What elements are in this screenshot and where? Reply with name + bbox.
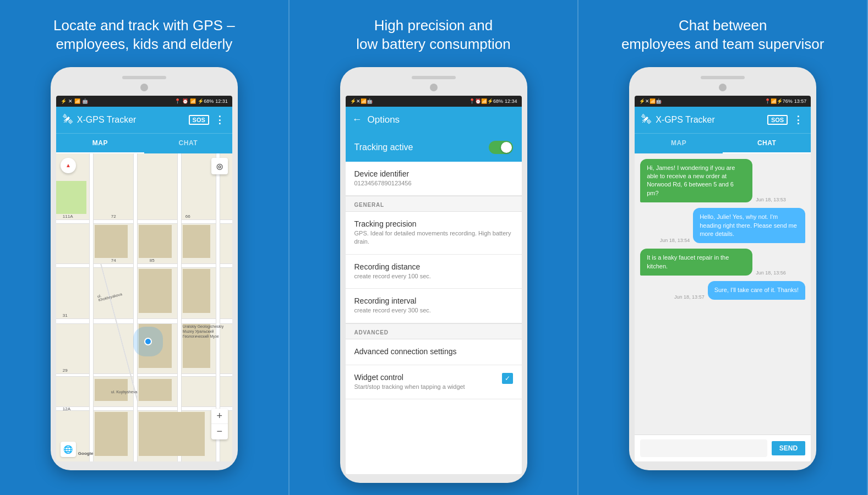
panel-map: Locate and track with GPS – employees, k…: [0, 0, 290, 495]
options-content: Tracking active Device identifier 012345…: [346, 133, 522, 474]
museum-label: Uralskiy Geologicheskiy Muzey Уральский …: [183, 324, 227, 339]
phone-speaker-2: [412, 76, 456, 79]
widget-control-value: Start/stop tracking when tapping a widge…: [354, 383, 465, 391]
menu-icon-3[interactable]: ⋮: [793, 114, 804, 126]
label-12a: 12A: [63, 406, 70, 411]
phone-camera-3: [719, 84, 727, 91]
widget-checkbox[interactable]: ✓: [502, 373, 513, 384]
location-button-1[interactable]: ◎: [211, 158, 228, 174]
tab-chat-1[interactable]: CHAT: [144, 134, 232, 153]
road-v-1: [89, 153, 94, 461]
label-29: 29: [63, 368, 68, 373]
phone-1: ⚡ ✕ 📶 🤖 📍 ⏰ 📶 ⚡68% 12:31 🛰 X-GP: [51, 67, 238, 470]
block-1: [95, 225, 128, 258]
chat-text-input-3[interactable]: [640, 439, 767, 457]
menu-icon-1[interactable]: ⋮: [215, 114, 226, 126]
sos-badge-1[interactable]: SOS: [189, 115, 209, 125]
recording-distance-value: create record every 100 sec.: [354, 272, 513, 280]
device-id-label: Device identifier: [354, 169, 513, 178]
label-31: 31: [63, 313, 68, 318]
msg-row-4: Jun 18, 13:57 Sure, I'll take care of it…: [640, 281, 805, 299]
google-logo-1: Google: [78, 451, 94, 456]
label-66: 66: [185, 214, 190, 219]
phone-3: ⚡✕📶🤖 📍📶⚡76% 13:57 🛰 X-GPS Tracker SOS ⋮: [629, 67, 816, 470]
tab-chat-3[interactable]: CHAT: [723, 134, 811, 153]
sos-badge-3[interactable]: SOS: [767, 115, 788, 125]
phone-speaker-3: [701, 76, 745, 79]
recording-interval-item[interactable]: Recording interval create record every 3…: [346, 289, 522, 323]
block-6: [139, 324, 172, 368]
road-h-3: [56, 318, 232, 324]
map-view-1[interactable]: Uralskiy Geologicheskiy Muzey Уральский …: [56, 153, 232, 461]
tracking-precision-label: Tracking precision: [354, 219, 513, 228]
label-85: 85: [150, 258, 155, 263]
phone-2: ⚡✕📶🤖 📍⏰📶⚡68% 12:34 ← Options Tracking ac…: [340, 67, 527, 483]
tracking-active-row: Tracking active: [346, 133, 522, 162]
satellite-icon-1: 🛰: [63, 114, 73, 125]
zoom-out-button-1[interactable]: −: [211, 424, 228, 439]
label-72: 72: [111, 214, 116, 219]
device-id-value: 01234567890123456: [354, 179, 513, 188]
panel2-title: High precision and low battery consumpti…: [356, 16, 510, 54]
phone-camera-1: [140, 84, 148, 91]
recording-distance-item[interactable]: Recording distance create record every 1…: [346, 255, 522, 289]
widget-control-item[interactable]: Widget control Start/stop tracking when …: [346, 365, 522, 399]
tracking-precision-value: GPS. Ideal for detailed movements record…: [354, 229, 513, 246]
tab-map-3[interactable]: MAP: [635, 134, 723, 153]
app-bar-1: 🛰 X-GPS Tracker SOS ⋮: [56, 107, 232, 133]
tab-bar-3: MAP CHAT: [635, 133, 811, 153]
advanced-connection-label: Advanced connection settings: [354, 347, 513, 356]
zoom-controls-1[interactable]: + −: [211, 409, 228, 439]
location-dot-1: [144, 338, 152, 345]
tab-bar-1: MAP CHAT: [56, 133, 232, 153]
phone-screen-2: ⚡✕📶🤖 📍⏰📶⚡68% 12:34 ← Options Tracking ac…: [346, 96, 522, 474]
block-9: [139, 379, 172, 401]
app-title-3: 🛰 X-GPS Tracker: [641, 114, 715, 125]
chat-screen-3: Hi, James! I wondering if you are able t…: [635, 153, 811, 461]
section-advanced: ADVANCED: [346, 323, 522, 339]
road-label-2: ul. Kuybysheva: [111, 390, 137, 394]
status-left-1: ⚡ ✕ 📶 🤖: [61, 98, 88, 104]
globe-icon-1[interactable]: 🌐: [61, 442, 76, 457]
app-bar-3: 🛰 X-GPS Tracker SOS ⋮: [635, 107, 811, 133]
tab-map-1[interactable]: MAP: [56, 134, 144, 153]
app-actions-3: SOS ⋮: [767, 114, 804, 126]
phone-screen-3: ⚡✕📶🤖 📍📶⚡76% 13:57 🛰 X-GPS Tracker SOS ⋮: [635, 96, 811, 461]
status-bar-2: ⚡✕📶🤖 📍⏰📶⚡68% 12:34: [346, 96, 522, 107]
status-right-1: 📍 ⏰ 📶 ⚡68% 12:31: [174, 98, 228, 104]
msg-row-1: Hi, James! I wondering if you are able t…: [640, 159, 805, 203]
phone-speaker-1: [122, 76, 166, 79]
widget-control-label: Widget control: [354, 373, 465, 382]
chat-messages-3: Hi, James! I wondering if you are able t…: [635, 153, 811, 435]
block-3: [183, 225, 210, 258]
tracking-precision-item[interactable]: Tracking precision GPS. Ideal for detail…: [346, 212, 522, 255]
road-h-4: [56, 373, 232, 377]
tracking-toggle[interactable]: [489, 141, 513, 154]
zoom-in-button-1[interactable]: +: [211, 409, 228, 424]
satellite-icon-3: 🛰: [641, 114, 651, 125]
app-title-1: 🛰 X-GPS Tracker: [63, 114, 137, 125]
recording-distance-label: Recording distance: [354, 262, 513, 271]
block-green-1: [56, 181, 86, 214]
label-111a: 111A: [63, 214, 73, 219]
block-2: [139, 225, 172, 258]
msg-time-4: Jun 18, 13:57: [674, 294, 705, 300]
status-bar-1: ⚡ ✕ 📶 🤖 📍 ⏰ 📶 ⚡68% 12:31: [56, 96, 232, 107]
road-v-2: [133, 153, 138, 461]
bubble-4: Sure, I'll take care of it. Thanks!: [708, 281, 806, 299]
block-4: [139, 269, 172, 313]
compass-1[interactable]: ▲: [61, 158, 76, 173]
panel3-title: Chat between employees and team supervis…: [621, 16, 825, 54]
options-app-bar: ← Options: [346, 107, 522, 133]
chat-input-bar-3: SEND: [635, 435, 811, 461]
advanced-connection-item[interactable]: Advanced connection settings: [346, 339, 522, 365]
device-identifier-item: Device identifier 01234567890123456: [346, 162, 522, 196]
send-button-3[interactable]: SEND: [772, 441, 805, 455]
widget-row: Widget control Start/stop tracking when …: [354, 373, 513, 391]
recording-interval-value: create record every 300 sec.: [354, 306, 513, 315]
bubble-3: It is a leaky faucet repair in the kitch…: [640, 249, 752, 276]
status-bar-3: ⚡✕📶🤖 📍📶⚡76% 13:57: [635, 96, 811, 107]
back-arrow-icon[interactable]: ←: [352, 114, 362, 125]
section-general: GENERAL: [346, 196, 522, 212]
recording-interval-label: Recording interval: [354, 296, 513, 305]
